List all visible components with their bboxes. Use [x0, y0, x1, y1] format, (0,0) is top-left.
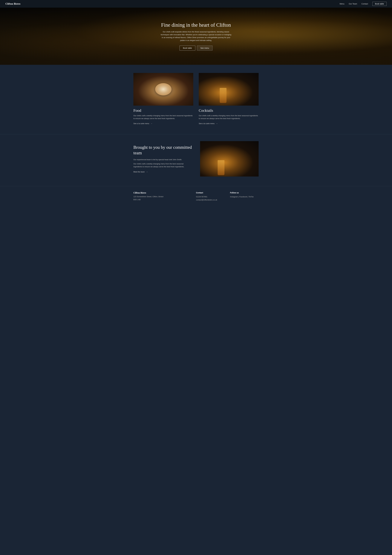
- footer-address: 123 Somewhere Street, Clifton, Bristol B…: [133, 195, 190, 201]
- site-logo[interactable]: Clifton Bistro: [6, 2, 20, 5]
- team-para1: Our experienced team is led by special h…: [133, 158, 192, 161]
- footer-contact-title: Contact: [196, 192, 225, 194]
- food-link-arrow: →: [151, 123, 152, 124]
- footer-brand: Clifton Bistro: [133, 192, 190, 194]
- footer-social-links: Instagram | Facebook | TikTok: [230, 195, 259, 198]
- footer-brand-col: Clifton Bistro 123 Somewhere Street, Cli…: [133, 192, 190, 202]
- meet-team-link[interactable]: Meet the team →: [133, 171, 148, 173]
- footer-contact-info: 01234 567891 contact@cliftonbistro.co.uk: [196, 195, 225, 202]
- food-menu-link[interactable]: See a la carte menu →: [133, 123, 152, 124]
- feature-cocktails: Cocktails Our chefs craft a weekly-chang…: [199, 73, 259, 125]
- nav-link-contact[interactable]: Contact: [362, 3, 368, 5]
- footer-address-line2: BS5 1AB: [133, 198, 141, 201]
- footer-email: contact@cliftonbistro.co.uk: [196, 198, 225, 201]
- nav-links: Menu Our Team Contact Book table: [340, 2, 386, 6]
- cocktails-title: Cocktails: [199, 108, 259, 113]
- cocktail-image: [199, 73, 259, 106]
- food-image: [133, 73, 193, 106]
- hero-content: Fine dining in the heart of Clifton Our …: [158, 22, 234, 51]
- food-link-text: See a la carte menu: [133, 123, 149, 124]
- meet-team-label: Meet the team: [133, 171, 145, 173]
- features-grid: Food Our chefs craft a weekly-changing m…: [133, 73, 259, 125]
- footer-address-line1: 123 Somewhere Street, Clifton, Bristol: [133, 196, 163, 198]
- nav-link-menu[interactable]: Menu: [340, 3, 344, 5]
- cocktails-link-text: See a la carte menu: [199, 123, 215, 124]
- team-section: Brought to you by our committed team Our…: [0, 134, 392, 186]
- cocktails-link-arrow: →: [216, 123, 218, 124]
- navbar: Clifton Bistro Menu Our Team Contact Boo…: [0, 0, 392, 8]
- team-text: Brought to you by our committed team Our…: [133, 145, 192, 173]
- nav-book-button[interactable]: Book table: [372, 2, 386, 6]
- footer: Clifton Bistro 123 Somewhere Street, Cli…: [0, 186, 392, 207]
- team-inner: Brought to you by our committed team Our…: [133, 141, 259, 176]
- team-image: [200, 141, 259, 176]
- footer-social-title: Follow us: [230, 192, 259, 194]
- nav-link-team[interactable]: Our Team: [349, 3, 357, 5]
- team-para2: Our chefs craft a weekly-changing menu f…: [133, 162, 192, 168]
- feature-food: Food Our chefs craft a weekly-changing m…: [133, 73, 193, 125]
- footer-contact-col: Contact 01234 567891 contact@cliftonbist…: [196, 192, 225, 202]
- hero-description: Our chefs craft exquisite dishes from th…: [161, 30, 231, 42]
- hero-title: Fine dining in the heart of Clifton: [161, 22, 231, 28]
- footer-social-col: Follow us Instagram | Facebook | TikTok: [230, 192, 259, 202]
- cocktails-description: Our chefs craft a weekly-changing menu f…: [199, 114, 259, 120]
- hero-book-button[interactable]: Book table: [180, 46, 195, 51]
- food-description: Our chefs craft a weekly-changing menu f…: [133, 114, 193, 120]
- features-section: Food Our chefs craft a weekly-changing m…: [0, 65, 392, 134]
- cocktails-menu-link[interactable]: See a la carte menu →: [199, 123, 218, 124]
- meet-team-arrow: →: [146, 171, 148, 173]
- hero-section: Fine dining in the heart of Clifton Our …: [0, 8, 392, 65]
- footer-phone: 01234 567891: [196, 195, 225, 198]
- hero-menu-button[interactable]: See menu: [197, 46, 212, 51]
- team-heading: Brought to you by our committed team: [133, 145, 192, 156]
- hero-buttons: Book table See menu: [161, 46, 231, 51]
- food-title: Food: [133, 108, 193, 113]
- footer-inner: Clifton Bistro 123 Somewhere Street, Cli…: [133, 192, 259, 202]
